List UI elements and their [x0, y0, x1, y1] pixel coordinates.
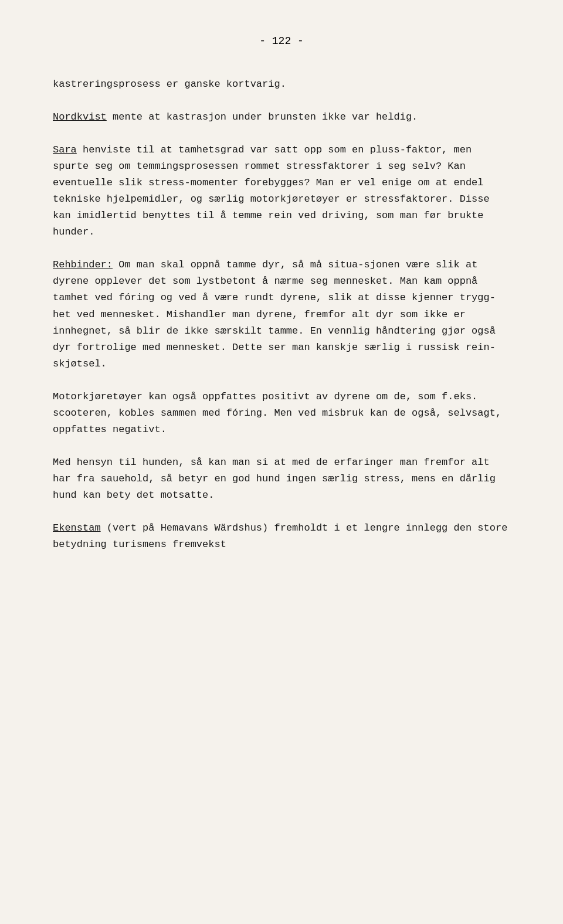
paragraph-3: Sara henviste til at tamhetsgrad var sat… — [53, 142, 510, 240]
paragraph-1-text: kastreringsprosess er ganske kortvarig. — [53, 79, 286, 90]
paragraph-1: kastreringsprosess er ganske kortvarig. — [53, 76, 510, 93]
page-content: kastreringsprosess er ganske kortvarig. … — [53, 76, 510, 553]
speaker-nordkvist: Nordkvist — [53, 111, 107, 123]
paragraph-5: Motorkjøretøyer kan også oppfattes posit… — [53, 389, 510, 438]
paragraph-7: Ekenstam (vert på Hemavans Wärdshus) fre… — [53, 520, 510, 553]
document-page: - 122 - kastreringsprosess er ganske kor… — [0, 0, 563, 924]
paragraph-7-text: (vert på Hemavans Wärdshus) fremholdt i … — [53, 522, 507, 550]
speaker-rehbinder: Rehbinder: — [53, 259, 113, 270]
paragraph-2: Nordkvist mente at kastrasjon under brun… — [53, 109, 510, 125]
paragraph-6: Med hensyn til hunden, så kan man si at … — [53, 454, 510, 504]
speaker-ekenstam: Ekenstam — [53, 522, 101, 534]
paragraph-2-text: mente at kastrasjon under brunsten ikke … — [107, 111, 418, 123]
paragraph-5-text: Motorkjøretøyer kan også oppfattes posit… — [53, 391, 501, 435]
paragraph-4-text: Om man skal oppnå tamme dyr, så må situa… — [53, 259, 496, 369]
paragraph-6-text: Med hensyn til hunden, så kan man si at … — [53, 457, 496, 501]
page-number: - 122 - — [53, 35, 510, 47]
speaker-sara: Sara — [53, 144, 77, 155]
paragraph-3-text: henviste til at tamhetsgrad var satt opp… — [53, 144, 490, 237]
paragraph-4: Rehbinder: Om man skal oppnå tamme dyr, … — [53, 257, 510, 372]
